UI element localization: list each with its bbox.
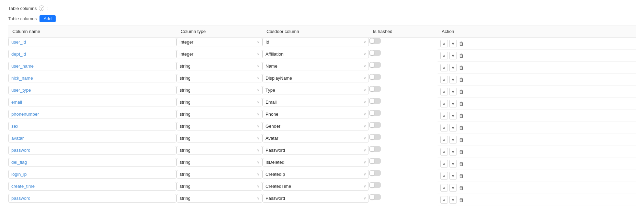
column-type-select[interactable]: integerstringbooleanfloatdate <box>177 170 262 179</box>
hashed-toggle[interactable] <box>369 110 381 116</box>
casdoor-column-select[interactable]: IdAffiliationNameDisplayNameTypeEmailPho… <box>262 194 369 203</box>
delete-button[interactable]: 🗑 <box>458 40 464 47</box>
casdoor-column-select[interactable]: IdAffiliationNameDisplayNameTypeEmailPho… <box>262 182 369 191</box>
move-up-button[interactable]: ∧ <box>440 100 448 107</box>
move-down-button[interactable]: ∨ <box>449 88 457 95</box>
hashed-toggle[interactable] <box>369 170 381 176</box>
casdoor-column-select[interactable]: IdAffiliationNameDisplayNameTypeEmailPho… <box>262 146 369 154</box>
column-name-input[interactable] <box>8 50 177 58</box>
move-down-button[interactable]: ∨ <box>449 148 457 156</box>
column-name-input[interactable] <box>8 194 177 203</box>
delete-button[interactable]: 🗑 <box>458 196 464 203</box>
column-type-select[interactable]: integerstringbooleanfloatdate <box>177 146 262 154</box>
column-name-input[interactable] <box>8 134 177 142</box>
add-button[interactable]: Add <box>39 15 56 22</box>
move-down-button[interactable]: ∨ <box>449 136 457 144</box>
move-down-button[interactable]: ∨ <box>449 64 457 71</box>
column-name-input[interactable] <box>8 74 177 82</box>
casdoor-column-select[interactable]: IdAffiliationNameDisplayNameTypeEmailPho… <box>262 134 369 142</box>
move-up-button[interactable]: ∧ <box>440 124 448 131</box>
delete-button[interactable]: 🗑 <box>458 172 464 179</box>
column-name-input[interactable] <box>8 38 177 46</box>
column-type-select[interactable]: integerstringbooleanfloatdate <box>177 98 262 106</box>
column-type-select[interactable]: integerstringbooleanfloatdate <box>177 50 262 58</box>
casdoor-column-select[interactable]: IdAffiliationNameDisplayNameTypeEmailPho… <box>262 38 369 46</box>
column-type-select[interactable]: integerstringbooleanfloatdate <box>177 86 262 94</box>
delete-button[interactable]: 🗑 <box>458 52 464 59</box>
move-down-button[interactable]: ∨ <box>449 160 457 168</box>
casdoor-column-select[interactable]: IdAffiliationNameDisplayNameTypeEmailPho… <box>262 62 369 70</box>
move-up-button[interactable]: ∧ <box>440 160 448 168</box>
column-type-select[interactable]: integerstringbooleanfloatdate <box>177 158 262 167</box>
delete-button[interactable]: 🗑 <box>458 148 464 155</box>
column-type-select[interactable]: integerstringbooleanfloatdate <box>177 74 262 82</box>
column-type-select[interactable]: integerstringbooleanfloatdate <box>177 62 262 70</box>
casdoor-column-select[interactable]: IdAffiliationNameDisplayNameTypeEmailPho… <box>262 74 369 82</box>
casdoor-column-select[interactable]: IdAffiliationNameDisplayNameTypeEmailPho… <box>262 122 369 130</box>
move-up-button[interactable]: ∧ <box>440 52 448 59</box>
delete-button[interactable]: 🗑 <box>458 88 464 95</box>
column-name-input[interactable] <box>8 158 177 167</box>
hashed-toggle[interactable] <box>369 134 381 140</box>
hashed-toggle[interactable] <box>369 38 381 44</box>
column-type-select[interactable]: integerstringbooleanfloatdate <box>177 38 262 46</box>
move-down-button[interactable]: ∨ <box>449 172 457 180</box>
hashed-toggle[interactable] <box>369 62 381 68</box>
column-name-input[interactable] <box>8 146 177 154</box>
move-up-button[interactable]: ∧ <box>440 88 448 95</box>
hashed-toggle[interactable] <box>369 146 381 152</box>
hashed-toggle[interactable] <box>369 98 381 104</box>
delete-button[interactable]: 🗑 <box>458 112 464 119</box>
hashed-toggle[interactable] <box>369 158 381 164</box>
move-down-button[interactable]: ∨ <box>449 100 457 107</box>
casdoor-column-select[interactable]: IdAffiliationNameDisplayNameTypeEmailPho… <box>262 110 369 118</box>
delete-button[interactable]: 🗑 <box>458 136 464 143</box>
move-up-button[interactable]: ∧ <box>440 76 448 83</box>
move-up-button[interactable]: ∧ <box>440 136 448 144</box>
delete-button[interactable]: 🗑 <box>458 184 464 191</box>
delete-button[interactable]: 🗑 <box>458 124 464 131</box>
move-down-button[interactable]: ∨ <box>449 196 457 204</box>
move-down-button[interactable]: ∨ <box>449 40 457 47</box>
hashed-toggle[interactable] <box>369 74 381 80</box>
casdoor-column-select[interactable]: IdAffiliationNameDisplayNameTypeEmailPho… <box>262 86 369 94</box>
hashed-toggle[interactable] <box>369 194 381 200</box>
move-up-button[interactable]: ∧ <box>440 148 448 156</box>
delete-button[interactable]: 🗑 <box>458 160 464 167</box>
column-type-select[interactable]: integerstringbooleanfloatdate <box>177 194 262 203</box>
casdoor-column-select[interactable]: IdAffiliationNameDisplayNameTypeEmailPho… <box>262 50 369 58</box>
hashed-toggle[interactable] <box>369 182 381 188</box>
column-type-select[interactable]: integerstringbooleanfloatdate <box>177 134 262 142</box>
column-name-input[interactable] <box>8 182 177 191</box>
move-up-button[interactable]: ∧ <box>440 40 448 47</box>
casdoor-column-select[interactable]: IdAffiliationNameDisplayNameTypeEmailPho… <box>262 170 369 179</box>
hashed-toggle[interactable] <box>369 50 381 56</box>
casdoor-column-select[interactable]: IdAffiliationNameDisplayNameTypeEmailPho… <box>262 158 369 167</box>
column-name-input[interactable] <box>8 122 177 130</box>
column-type-select[interactable]: integerstringbooleanfloatdate <box>177 122 262 130</box>
move-down-button[interactable]: ∨ <box>449 76 457 83</box>
move-down-button[interactable]: ∨ <box>449 52 457 59</box>
casdoor-column-select[interactable]: IdAffiliationNameDisplayNameTypeEmailPho… <box>262 98 369 106</box>
delete-button[interactable]: 🗑 <box>458 64 464 71</box>
column-name-input[interactable] <box>8 170 177 179</box>
move-down-button[interactable]: ∨ <box>449 112 457 119</box>
move-down-button[interactable]: ∨ <box>449 184 457 192</box>
move-up-button[interactable]: ∧ <box>440 64 448 71</box>
column-name-input[interactable] <box>8 86 177 94</box>
column-name-input[interactable] <box>8 62 177 70</box>
help-icon[interactable]: ? <box>39 5 44 11</box>
delete-button[interactable]: 🗑 <box>458 100 464 107</box>
move-up-button[interactable]: ∧ <box>440 184 448 192</box>
column-name-input[interactable] <box>8 110 177 118</box>
move-up-button[interactable]: ∧ <box>440 172 448 180</box>
hashed-toggle[interactable] <box>369 122 381 128</box>
column-type-select[interactable]: integerstringbooleanfloatdate <box>177 182 262 191</box>
column-name-input[interactable] <box>8 98 177 106</box>
delete-button[interactable]: 🗑 <box>458 76 464 83</box>
column-type-select[interactable]: integerstringbooleanfloatdate <box>177 110 262 118</box>
move-up-button[interactable]: ∧ <box>440 196 448 204</box>
move-down-button[interactable]: ∨ <box>449 124 457 131</box>
hashed-toggle[interactable] <box>369 86 381 92</box>
move-up-button[interactable]: ∧ <box>440 112 448 119</box>
